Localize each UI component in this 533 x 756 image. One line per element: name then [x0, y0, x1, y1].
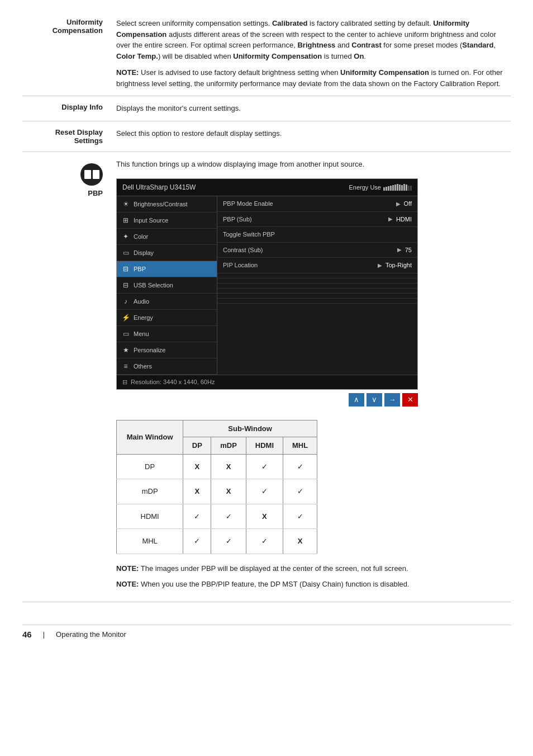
- osd-menu-item-audio[interactable]: ♪ Audio: [117, 294, 217, 310]
- osd-container: Dell UltraSharp U3415W Energy Use: [116, 178, 418, 390]
- pbp-menu-icon: ⊟: [121, 264, 130, 274]
- color-icon: ✦: [121, 231, 130, 242]
- osd-resolution-text: Resolution: 3440 x 1440, 60Hz: [131, 377, 215, 387]
- osd-nav-down[interactable]: ∨: [367, 393, 382, 407]
- subwindow-row-mdp: mDP X X ✓ ✓: [117, 479, 317, 504]
- usb-icon: ⊟: [121, 280, 130, 290]
- footer-text: Operating the Monitor: [56, 630, 126, 639]
- osd-header: Dell UltraSharp U3415W Energy Use: [117, 179, 417, 196]
- subwindow-section: Main Window Sub-Window DP mDP HDMI MHL: [116, 420, 506, 554]
- subwindow-row-mhl: MHL ✓ ✓ ✓ X: [117, 529, 317, 554]
- osd-menu: ☀ Brightness/Contrast ⊞ Input Source ✦ C…: [117, 196, 217, 375]
- row-label-uniformity: UniformityCompensation: [22, 11, 112, 96]
- osd-resolution-icon: ⊟: [122, 377, 127, 387]
- osd-menu-item-usb[interactable]: ⊟ USB Selection: [117, 277, 217, 294]
- table-row: Display Info Displays the monitor's curr…: [22, 96, 511, 121]
- subwindow-row-dp: DP X X ✓ ✓: [117, 454, 317, 479]
- sub-window-header: Sub-Window: [183, 420, 317, 437]
- osd-body: ☀ Brightness/Contrast ⊞ Input Source ✦ C…: [117, 196, 417, 375]
- row-content-display-info: Displays the monitor's current settings.: [112, 96, 511, 121]
- osd-panel-row-contrast-sub: Contrast (Sub) ▶ 75: [217, 243, 417, 258]
- col-header-dp: DP: [183, 437, 211, 455]
- osd-nav-buttons: ∧ ∨ → ✕: [116, 393, 418, 407]
- page-content: UniformityCompensation Select screen uni…: [22, 11, 511, 639]
- osd-panel-row-pbp-mode: PBP Mode Enable ▶ Off: [217, 196, 417, 212]
- osd-menu-item-display[interactable]: ▭ Display: [117, 245, 217, 261]
- osd-energy-bar: Energy Use: [349, 183, 412, 192]
- page-footer: 46 | Operating the Monitor: [22, 625, 511, 639]
- pbp-label: PBP: [27, 189, 103, 197]
- col-header-mdp: mDP: [211, 437, 246, 455]
- osd-panel: PBP Mode Enable ▶ Off PBP (Sub) ▶ HDMI: [217, 196, 417, 375]
- uniformity-note: NOTE: User is advised to use factory def…: [116, 67, 506, 89]
- subwindow-table: Main Window Sub-Window DP mDP HDMI MHL: [116, 420, 317, 554]
- subwindow-row-hdmi: HDMI ✓ ✓ X ✓: [117, 504, 317, 529]
- osd-footer: ⊟ Resolution: 3440 x 1440, 60Hz: [117, 375, 417, 389]
- osd-panel-row-pbp-sub: PBP (Sub) ▶ HDMI: [217, 212, 417, 228]
- row-label-display-info: Display Info: [22, 96, 112, 121]
- footer-separator: |: [43, 630, 45, 639]
- main-table: UniformityCompensation Select screen uni…: [22, 11, 511, 602]
- osd-nav-enter[interactable]: →: [384, 393, 400, 407]
- energy-bar-graphic: [383, 184, 412, 191]
- osd-panel-row-toggle: Toggle Switch PBP: [217, 227, 417, 243]
- osd-menu-item-brightness[interactable]: ☀ Brightness/Contrast: [117, 196, 217, 212]
- osd-menu-item-personalize[interactable]: ★ Personalize: [117, 342, 217, 358]
- osd-title: Dell UltraSharp U3415W: [122, 182, 196, 192]
- osd-menu-item-pbp[interactable]: ⊟ PBP: [117, 261, 217, 277]
- main-window-header: Main Window: [117, 420, 183, 454]
- osd-nav-close[interactable]: ✕: [402, 393, 418, 407]
- personalize-icon: ★: [121, 345, 130, 355]
- input-icon: ⊞: [121, 215, 130, 225]
- display-icon: ▭: [121, 248, 130, 258]
- osd-menu-item-others[interactable]: ≡ Others: [117, 358, 217, 375]
- others-icon: ≡: [121, 361, 130, 371]
- osd-menu-item-energy[interactable]: ⚡ Energy: [117, 310, 217, 326]
- page-number: 46: [22, 630, 32, 639]
- menu-icon: ▭: [121, 329, 130, 339]
- pbp-note-1: NOTE: The images under PBP will be displ…: [116, 563, 506, 575]
- row-content-pbp: This function brings up a window display…: [112, 152, 511, 602]
- row-content-uniformity: Select screen uniformity compensation se…: [112, 11, 511, 96]
- table-row: Reset DisplaySettings Select this option…: [22, 121, 511, 152]
- pbp-note-2: NOTE: When you use the PBP/PIP feature, …: [116, 579, 506, 590]
- col-header-mhl: MHL: [283, 437, 317, 455]
- row-label-reset: Reset DisplaySettings: [22, 121, 112, 152]
- osd-menu-item-input[interactable]: ⊞ Input Source: [117, 212, 217, 229]
- row-content-reset: Select this option to restore default di…: [112, 121, 511, 152]
- table-row: UniformityCompensation Select screen uni…: [22, 11, 511, 96]
- audio-icon: ♪: [121, 296, 130, 306]
- pbp-notes: NOTE: The images under PBP will be displ…: [116, 563, 506, 591]
- osd-menu-item-color[interactable]: ✦ Color: [117, 229, 217, 245]
- osd-panel-row-pip-location: PIP Location ▶ Top-Right: [217, 258, 417, 273]
- col-header-hdmi: HDMI: [246, 437, 283, 455]
- pbp-icon: [80, 163, 103, 186]
- energy-icon: ⚡: [121, 313, 130, 323]
- osd-menu-item-menu[interactable]: ▭ Menu: [117, 326, 217, 342]
- brightness-icon: ☀: [121, 199, 130, 209]
- row-label-pbp: PBP: [22, 152, 112, 602]
- osd-nav-up[interactable]: ∧: [349, 393, 364, 407]
- table-row-pbp: PBP This function brings up a window dis…: [22, 152, 511, 602]
